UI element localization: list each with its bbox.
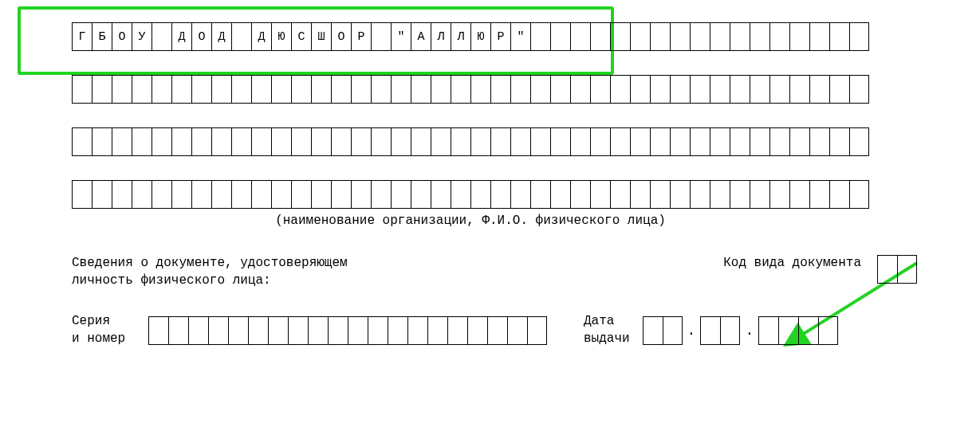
form-cell[interactable] [291, 128, 311, 155]
form-cell[interactable] [92, 181, 112, 208]
form-cell[interactable] [291, 181, 311, 208]
form-cell[interactable] [809, 76, 829, 103]
serial-number-cells[interactable] [148, 316, 547, 345]
form-cell[interactable] [191, 76, 211, 103]
form-cell[interactable] [570, 181, 590, 208]
form-cell[interactable] [308, 317, 328, 344]
form-cell[interactable] [248, 317, 268, 344]
form-cell[interactable] [550, 76, 570, 103]
issue-date-year[interactable] [758, 316, 838, 345]
form-cell[interactable] [171, 181, 191, 208]
form-cell[interactable] [431, 128, 451, 155]
form-cell[interactable] [610, 76, 630, 103]
form-cell[interactable] [663, 317, 683, 344]
form-cell[interactable] [778, 317, 798, 344]
form-cell[interactable] [550, 23, 570, 50]
form-cell[interactable] [411, 181, 431, 208]
form-cell[interactable] [152, 128, 171, 155]
form-cell[interactable] [152, 181, 171, 208]
form-cell[interactable]: Л [451, 23, 470, 50]
form-cell[interactable] [849, 181, 869, 208]
form-cell[interactable] [630, 76, 650, 103]
form-cell[interactable] [191, 128, 211, 155]
form-cell[interactable]: О [112, 23, 132, 50]
form-cell[interactable] [148, 317, 168, 344]
form-cell[interactable] [809, 23, 829, 50]
form-cell[interactable] [610, 181, 630, 208]
form-cell[interactable] [769, 181, 789, 208]
form-cell[interactable] [530, 76, 550, 103]
form-cell[interactable]: А [411, 23, 431, 50]
document-code-cells[interactable] [877, 255, 917, 284]
form-cell[interactable] [168, 317, 188, 344]
form-cell[interactable] [818, 317, 838, 344]
form-cell[interactable] [470, 76, 490, 103]
form-cell[interactable] [710, 23, 730, 50]
org-name-row-1[interactable]: ГБОУДОДДЮСШОР"АЛЛЮР" [72, 22, 869, 51]
form-cell[interactable] [431, 76, 451, 103]
form-cell[interactable] [590, 128, 610, 155]
form-cell[interactable] [758, 317, 778, 344]
form-cell[interactable] [670, 128, 690, 155]
form-cell[interactable] [650, 23, 670, 50]
form-cell[interactable] [829, 76, 849, 103]
form-cell[interactable] [700, 317, 720, 344]
form-cell[interactable] [650, 181, 670, 208]
form-cell[interactable]: О [331, 23, 351, 50]
org-name-row-3[interactable] [72, 127, 869, 156]
form-cell[interactable] [510, 76, 530, 103]
form-cell[interactable] [351, 76, 371, 103]
form-cell[interactable] [670, 76, 690, 103]
form-cell[interactable]: Д [211, 23, 231, 50]
form-cell[interactable]: Б [92, 23, 112, 50]
form-cell[interactable] [368, 317, 388, 344]
form-cell[interactable] [231, 23, 251, 50]
form-cell[interactable] [271, 181, 291, 208]
form-cell[interactable] [829, 23, 849, 50]
form-cell[interactable] [769, 128, 789, 155]
form-cell[interactable] [231, 128, 251, 155]
form-cell[interactable] [720, 317, 740, 344]
form-cell[interactable] [251, 128, 271, 155]
form-cell[interactable] [467, 317, 487, 344]
form-cell[interactable] [690, 23, 710, 50]
form-cell[interactable] [570, 128, 590, 155]
form-cell[interactable] [730, 76, 750, 103]
form-cell[interactable] [710, 76, 730, 103]
form-cell[interactable] [510, 128, 530, 155]
form-cell[interactable] [228, 317, 248, 344]
form-cell[interactable] [750, 23, 769, 50]
form-cell[interactable] [630, 23, 650, 50]
form-cell[interactable] [191, 181, 211, 208]
form-cell[interactable] [152, 76, 171, 103]
form-cell[interactable] [112, 181, 132, 208]
form-cell[interactable] [789, 128, 809, 155]
form-cell[interactable] [590, 76, 610, 103]
form-cell[interactable] [371, 23, 391, 50]
form-cell[interactable]: У [132, 23, 152, 50]
form-cell[interactable] [710, 128, 730, 155]
form-cell[interactable] [630, 181, 650, 208]
form-cell[interactable] [92, 128, 112, 155]
form-cell[interactable] [211, 128, 231, 155]
form-cell[interactable]: Д [251, 23, 271, 50]
form-cell[interactable] [650, 76, 670, 103]
form-cell[interactable] [829, 181, 849, 208]
form-cell[interactable] [427, 317, 447, 344]
form-cell[interactable] [750, 76, 769, 103]
form-cell[interactable] [268, 317, 288, 344]
issue-date-day[interactable] [643, 316, 683, 345]
form-cell[interactable] [849, 23, 869, 50]
form-cell[interactable] [610, 128, 630, 155]
form-cell[interactable]: " [391, 23, 411, 50]
form-cell[interactable] [490, 76, 510, 103]
form-cell[interactable] [371, 128, 391, 155]
form-cell[interactable] [730, 23, 750, 50]
form-cell[interactable] [251, 181, 271, 208]
form-cell[interactable] [171, 128, 191, 155]
form-cell[interactable] [769, 23, 789, 50]
form-cell[interactable] [730, 181, 750, 208]
form-cell[interactable] [849, 128, 869, 155]
form-cell[interactable] [789, 76, 809, 103]
form-cell[interactable] [877, 256, 897, 283]
